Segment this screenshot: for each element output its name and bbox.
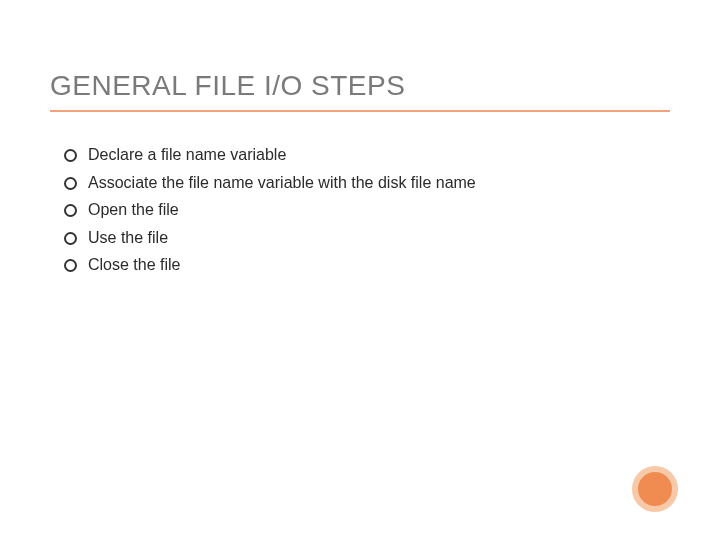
bullet-list: Declare a file name variable Associate t… <box>50 142 670 278</box>
title-underline <box>50 110 670 112</box>
list-item-text: Close the file <box>88 256 181 273</box>
list-item-text: Associate the file name variable with th… <box>88 174 476 191</box>
list-item-text: Open the file <box>88 201 179 218</box>
slide-title: GENERAL FILE I/O STEPS <box>50 70 670 102</box>
list-item: Use the file <box>64 225 624 251</box>
list-item-text: Use the file <box>88 229 168 246</box>
circle-decoration-icon <box>632 466 678 512</box>
list-item: Close the file <box>64 252 624 278</box>
slide: GENERAL FILE I/O STEPS Declare a file na… <box>0 0 720 540</box>
list-item: Declare a file name variable <box>64 142 624 168</box>
list-item-text: Declare a file name variable <box>88 146 286 163</box>
list-item: Open the file <box>64 197 624 223</box>
list-item: Associate the file name variable with th… <box>64 170 624 196</box>
